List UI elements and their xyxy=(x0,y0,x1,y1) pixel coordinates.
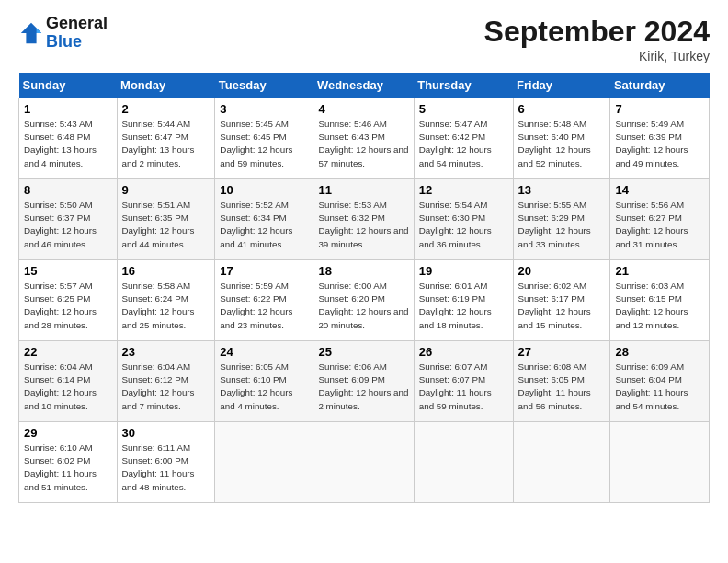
day-number: 23 xyxy=(122,345,210,359)
day-info: Sunrise: 6:10 AM Sunset: 6:02 PM Dayligh… xyxy=(24,442,112,494)
day-info: Sunrise: 6:06 AM Sunset: 6:09 PM Dayligh… xyxy=(318,361,408,413)
day-number: 28 xyxy=(615,345,704,359)
day-info: Sunrise: 6:03 AM Sunset: 6:15 PM Dayligh… xyxy=(615,280,704,332)
day-number: 3 xyxy=(220,102,308,116)
col-monday: Monday xyxy=(117,73,215,98)
header-row: Sunday Monday Tuesday Wednesday Thursday… xyxy=(19,73,710,98)
day-info: Sunrise: 5:50 AM Sunset: 6:37 PM Dayligh… xyxy=(24,199,112,251)
day-info: Sunrise: 5:58 AM Sunset: 6:24 PM Dayligh… xyxy=(122,280,210,332)
day-number: 19 xyxy=(419,264,508,278)
day-info: Sunrise: 5:59 AM Sunset: 6:22 PM Dayligh… xyxy=(220,280,308,332)
day-number: 24 xyxy=(220,345,308,359)
logo: General Blue xyxy=(18,15,108,52)
day-number: 4 xyxy=(318,102,408,116)
table-cell: 1 Sunrise: 5:43 AM Sunset: 6:48 PM Dayli… xyxy=(19,98,118,179)
day-info: Sunrise: 5:43 AM Sunset: 6:48 PM Dayligh… xyxy=(24,118,112,170)
table-cell: 2 Sunrise: 5:44 AM Sunset: 6:47 PM Dayli… xyxy=(117,98,215,179)
day-number: 14 xyxy=(615,183,704,197)
day-number: 5 xyxy=(419,102,508,116)
day-number: 10 xyxy=(220,183,308,197)
day-number: 18 xyxy=(318,264,408,278)
col-saturday: Saturday xyxy=(610,73,710,98)
table-cell xyxy=(610,422,710,503)
day-number: 26 xyxy=(419,345,508,359)
day-number: 16 xyxy=(122,264,210,278)
page: General Blue September 2024 Kirik, Turke… xyxy=(0,0,728,512)
day-number: 11 xyxy=(318,183,408,197)
day-info: Sunrise: 5:47 AM Sunset: 6:42 PM Dayligh… xyxy=(419,118,508,170)
day-info: Sunrise: 6:11 AM Sunset: 6:00 PM Dayligh… xyxy=(122,442,210,494)
day-number: 7 xyxy=(615,102,704,116)
day-number: 29 xyxy=(24,426,112,440)
table-cell: 3 Sunrise: 5:45 AM Sunset: 6:45 PM Dayli… xyxy=(215,98,313,179)
table-cell: 9 Sunrise: 5:51 AM Sunset: 6:35 PM Dayli… xyxy=(117,179,215,260)
day-number: 12 xyxy=(419,183,508,197)
day-number: 22 xyxy=(24,345,112,359)
table-cell: 23 Sunrise: 6:04 AM Sunset: 6:12 PM Dayl… xyxy=(117,341,215,422)
day-number: 27 xyxy=(518,345,606,359)
table-cell: 4 Sunrise: 5:46 AM Sunset: 6:43 PM Dayli… xyxy=(313,98,414,179)
table-cell: 19 Sunrise: 6:01 AM Sunset: 6:19 PM Dayl… xyxy=(414,260,513,341)
table-cell: 6 Sunrise: 5:48 AM Sunset: 6:40 PM Dayli… xyxy=(513,98,610,179)
header: General Blue September 2024 Kirik, Turke… xyxy=(18,15,710,63)
day-info: Sunrise: 6:04 AM Sunset: 6:12 PM Dayligh… xyxy=(122,361,210,413)
table-cell: 5 Sunrise: 5:47 AM Sunset: 6:42 PM Dayli… xyxy=(414,98,513,179)
day-info: Sunrise: 6:02 AM Sunset: 6:17 PM Dayligh… xyxy=(518,280,606,332)
day-info: Sunrise: 6:08 AM Sunset: 6:05 PM Dayligh… xyxy=(518,361,606,413)
col-wednesday: Wednesday xyxy=(313,73,414,98)
day-info: Sunrise: 5:56 AM Sunset: 6:27 PM Dayligh… xyxy=(615,199,704,251)
table-cell: 30 Sunrise: 6:11 AM Sunset: 6:00 PM Dayl… xyxy=(117,422,215,503)
month-title: September 2024 xyxy=(484,15,710,49)
table-cell xyxy=(313,422,414,503)
day-info: Sunrise: 6:09 AM Sunset: 6:04 PM Dayligh… xyxy=(615,361,704,413)
table-cell: 24 Sunrise: 6:05 AM Sunset: 6:10 PM Dayl… xyxy=(215,341,313,422)
day-number: 21 xyxy=(615,264,704,278)
col-thursday: Thursday xyxy=(414,73,513,98)
day-info: Sunrise: 5:54 AM Sunset: 6:30 PM Dayligh… xyxy=(419,199,508,251)
location: Kirik, Turkey xyxy=(484,49,710,63)
day-number: 9 xyxy=(122,183,210,197)
table-cell: 28 Sunrise: 6:09 AM Sunset: 6:04 PM Dayl… xyxy=(610,341,710,422)
logo-general: General xyxy=(46,14,108,32)
day-info: Sunrise: 6:05 AM Sunset: 6:10 PM Dayligh… xyxy=(220,361,308,413)
table-cell: 16 Sunrise: 5:58 AM Sunset: 6:24 PM Dayl… xyxy=(117,260,215,341)
table-cell: 13 Sunrise: 5:55 AM Sunset: 6:29 PM Dayl… xyxy=(513,179,610,260)
col-tuesday: Tuesday xyxy=(215,73,313,98)
table-cell xyxy=(414,422,513,503)
logo-icon xyxy=(18,20,44,46)
table-cell: 15 Sunrise: 5:57 AM Sunset: 6:25 PM Dayl… xyxy=(19,260,118,341)
day-info: Sunrise: 5:52 AM Sunset: 6:34 PM Dayligh… xyxy=(220,199,308,251)
day-number: 15 xyxy=(24,264,112,278)
table-cell: 7 Sunrise: 5:49 AM Sunset: 6:39 PM Dayli… xyxy=(610,98,710,179)
table-cell: 11 Sunrise: 5:53 AM Sunset: 6:32 PM Dayl… xyxy=(313,179,414,260)
calendar-table: Sunday Monday Tuesday Wednesday Thursday… xyxy=(18,73,710,503)
table-cell: 21 Sunrise: 6:03 AM Sunset: 6:15 PM Dayl… xyxy=(610,260,710,341)
table-cell xyxy=(513,422,610,503)
table-cell: 26 Sunrise: 6:07 AM Sunset: 6:07 PM Dayl… xyxy=(414,341,513,422)
day-info: Sunrise: 5:55 AM Sunset: 6:29 PM Dayligh… xyxy=(518,199,606,251)
table-cell: 17 Sunrise: 5:59 AM Sunset: 6:22 PM Dayl… xyxy=(215,260,313,341)
day-number: 6 xyxy=(518,102,606,116)
day-info: Sunrise: 5:49 AM Sunset: 6:39 PM Dayligh… xyxy=(615,118,704,170)
day-info: Sunrise: 5:51 AM Sunset: 6:35 PM Dayligh… xyxy=(122,199,210,251)
day-number: 17 xyxy=(220,264,308,278)
day-info: Sunrise: 6:07 AM Sunset: 6:07 PM Dayligh… xyxy=(419,361,508,413)
table-cell: 12 Sunrise: 5:54 AM Sunset: 6:30 PM Dayl… xyxy=(414,179,513,260)
day-number: 13 xyxy=(518,183,606,197)
day-info: Sunrise: 5:45 AM Sunset: 6:45 PM Dayligh… xyxy=(220,118,308,170)
title-block: September 2024 Kirik, Turkey xyxy=(484,15,710,63)
day-info: Sunrise: 5:48 AM Sunset: 6:40 PM Dayligh… xyxy=(518,118,606,170)
col-sunday: Sunday xyxy=(19,73,118,98)
table-cell: 27 Sunrise: 6:08 AM Sunset: 6:05 PM Dayl… xyxy=(513,341,610,422)
day-info: Sunrise: 6:04 AM Sunset: 6:14 PM Dayligh… xyxy=(24,361,112,413)
day-info: Sunrise: 5:57 AM Sunset: 6:25 PM Dayligh… xyxy=(24,280,112,332)
table-cell: 29 Sunrise: 6:10 AM Sunset: 6:02 PM Dayl… xyxy=(19,422,118,503)
table-cell xyxy=(215,422,313,503)
table-cell: 22 Sunrise: 6:04 AM Sunset: 6:14 PM Dayl… xyxy=(19,341,118,422)
day-info: Sunrise: 6:00 AM Sunset: 6:20 PM Dayligh… xyxy=(318,280,408,332)
table-cell: 25 Sunrise: 6:06 AM Sunset: 6:09 PM Dayl… xyxy=(313,341,414,422)
table-cell: 14 Sunrise: 5:56 AM Sunset: 6:27 PM Dayl… xyxy=(610,179,710,260)
day-number: 2 xyxy=(122,102,210,116)
day-number: 1 xyxy=(24,102,112,116)
day-info: Sunrise: 5:53 AM Sunset: 6:32 PM Dayligh… xyxy=(318,199,408,251)
